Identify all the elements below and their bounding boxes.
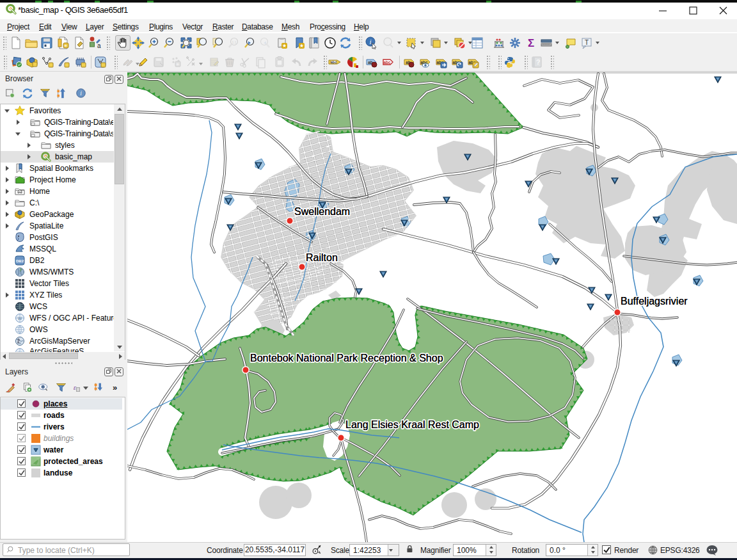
svg-text:Railton: Railton bbox=[306, 252, 338, 263]
svg-text:★: ★ bbox=[282, 43, 287, 49]
svg-text:W: W bbox=[18, 316, 22, 321]
svg-text:✳: ✳ bbox=[64, 44, 68, 48]
svg-text:Bontebok National Park Recepti: Bontebok National Park Reception & Shop bbox=[250, 353, 443, 364]
svg-text:a: a bbox=[97, 42, 101, 49]
svg-text:ε: ε bbox=[74, 383, 77, 391]
svg-text:1:1: 1:1 bbox=[232, 40, 237, 44]
svg-text:DB2: DB2 bbox=[16, 259, 24, 263]
svg-text:i: i bbox=[369, 38, 371, 45]
svg-text:Lang Elsies Kraal Rest Camp: Lang Elsies Kraal Rest Camp bbox=[345, 419, 479, 430]
svg-text:i: i bbox=[80, 90, 82, 97]
svg-text:✳: ✳ bbox=[176, 62, 180, 67]
svg-text:abc: abc bbox=[383, 60, 391, 65]
svg-text:★: ★ bbox=[299, 43, 304, 49]
svg-text:T: T bbox=[585, 39, 589, 46]
svg-text:?: ? bbox=[536, 58, 541, 66]
svg-text:Buffeljagsrivier: Buffeljagsrivier bbox=[621, 296, 688, 307]
svg-text:Swellendam: Swellendam bbox=[294, 206, 350, 217]
svg-text:abc: abc bbox=[331, 60, 337, 64]
svg-text:Σ: Σ bbox=[528, 37, 534, 49]
